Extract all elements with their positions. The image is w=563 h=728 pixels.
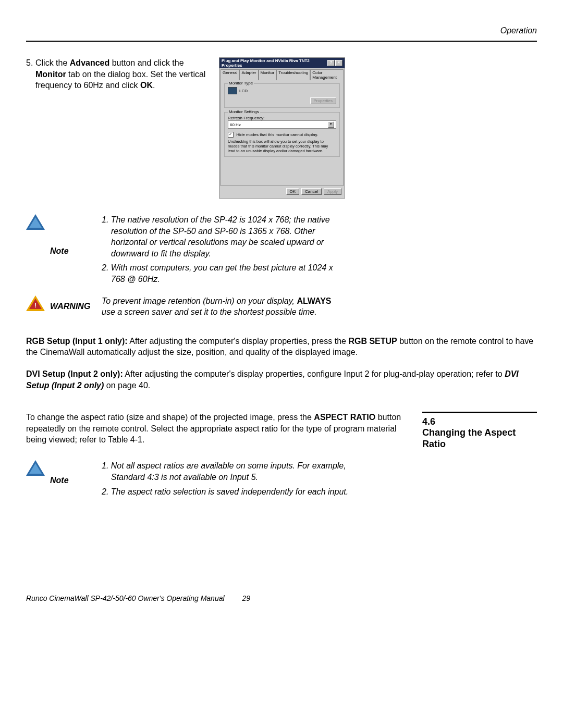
tab-adapter[interactable]: Adapter [239, 69, 258, 80]
warning-icon: ! [26, 295, 45, 311]
dialog-title: Plug and Play Monitor and NVidia Riva TN… [222, 58, 327, 68]
note-icon [26, 214, 45, 230]
dialog-tabs: General Adapter Monitor Troubleshooting … [221, 69, 344, 80]
note-label: Note [50, 246, 69, 256]
refresh-value: 60 Hz [230, 122, 241, 127]
aspect-section: To change the aspect ratio (size and sha… [26, 412, 537, 450]
header-rule [26, 41, 537, 42]
hide-modes-note: Unchecking this box will allow you to se… [228, 139, 336, 153]
setup-paragraphs: RGB Setup (Input 1 only): After adjustin… [26, 336, 537, 391]
chevron-down-icon: ▾ [328, 121, 334, 128]
rgb-setup-para: RGB Setup (Input 1 only): After adjustin… [26, 336, 537, 358]
dialog-titlebar: Plug and Play Monitor and NVidia Riva TN… [219, 58, 345, 68]
step5-row: 5. Click the Advanced button and click t… [26, 57, 537, 199]
ok-button[interactable]: OK [286, 188, 300, 195]
properties-button[interactable]: Properties [310, 97, 336, 104]
warning-row: ! WARNING To prevent image retention (bu… [26, 295, 537, 318]
help-button[interactable]: ? [327, 60, 335, 66]
footer-text: Runco CinemaWall SP-42/-50/-60 Owner's O… [26, 594, 225, 602]
warning-label: WARNING [50, 302, 90, 311]
header-section: Operation [26, 26, 537, 35]
tab-general[interactable]: General [221, 69, 239, 80]
monitor-settings-group: Monitor Settings Refresh Frequency: 60 H… [224, 112, 340, 157]
refresh-label: Refresh Frequency: [228, 116, 336, 120]
note2-item2: 2. The aspect ratio selection is saved i… [111, 486, 357, 498]
hide-modes-checkbox[interactable]: ✓ [228, 132, 234, 138]
section-number: 4.6 [422, 416, 537, 427]
footer-page: 29 [242, 594, 250, 602]
step5-number: 5. [26, 57, 35, 91]
tab-color-management[interactable]: Color Management [310, 69, 344, 80]
monitor-type-legend: Monitor Type [228, 81, 254, 85]
tab-monitor-content: Monitor Type LCD Properties Monitor Sett… [221, 80, 344, 186]
note1-item2: 2. With most computers, you can get the … [111, 262, 347, 285]
properties-dialog: Plug and Play Monitor and NVidia Riva TN… [219, 57, 345, 199]
monitor-type-value: LCD [239, 89, 248, 93]
note2-item1: 1. Not all aspect ratios are available o… [111, 460, 357, 483]
tab-monitor[interactable]: Monitor [259, 69, 277, 80]
cancel-button[interactable]: Cancel [301, 188, 322, 195]
refresh-frequency-select[interactable]: 60 Hz ▾ [228, 120, 336, 129]
note-1: Note 1. The native resolution of the SP-… [26, 214, 537, 288]
page-footer: Runco CinemaWall SP-42/-50/-60 Owner's O… [26, 594, 537, 602]
aspect-intro: To change the aspect ratio (size and sha… [26, 412, 407, 450]
note-label: Note [50, 476, 69, 485]
monitor-settings-legend: Monitor Settings [228, 109, 260, 114]
section-title: Changing the Aspect Ratio [422, 427, 537, 450]
note-icon [26, 460, 45, 476]
step5-text: 5. Click the Advanced button and click t… [26, 57, 209, 199]
hide-modes-label: Hide modes that this monitor cannot disp… [236, 132, 318, 137]
note1-item1: 1. The native resolution of the SP-42 is… [111, 214, 347, 259]
apply-button[interactable]: Apply [324, 188, 341, 195]
dialog-screenshot: Plug and Play Monitor and NVidia Riva TN… [219, 57, 537, 199]
section-heading: 4.6 Changing the Aspect Ratio [422, 412, 537, 450]
close-button[interactable]: × [335, 60, 342, 66]
dvi-setup-para: DVI Setup (Input 2 only): After adjustin… [26, 368, 537, 391]
monitor-type-group: Monitor Type LCD Properties [224, 83, 340, 108]
note-2: Note 1. Not all aspect ratios are availa… [26, 460, 537, 500]
monitor-icon [228, 87, 237, 94]
document-page: Operation 5. Click the Advanced button a… [0, 0, 563, 623]
tab-troubleshooting[interactable]: Troubleshooting [276, 69, 310, 80]
